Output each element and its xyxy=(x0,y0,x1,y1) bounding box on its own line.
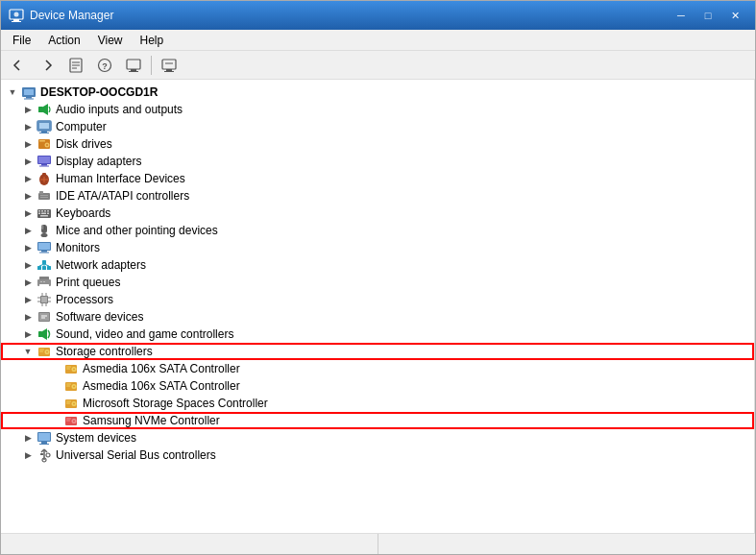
show-button[interactable] xyxy=(120,54,147,77)
toolbar-separator xyxy=(151,56,152,75)
tree-item-storage[interactable]: ▼ Storage controllers xyxy=(1,343,754,360)
svg-rect-45 xyxy=(38,210,40,212)
svg-rect-64 xyxy=(47,266,51,270)
svg-point-112 xyxy=(73,421,75,422)
audio-label: Audio inputs and outputs xyxy=(56,103,183,116)
svg-point-3 xyxy=(14,12,19,17)
microsoft-storage-icon xyxy=(62,396,80,411)
asmedia1-icon xyxy=(62,361,80,376)
svg-point-107 xyxy=(73,403,75,405)
back-icon xyxy=(12,59,25,72)
help-button[interactable]: ? xyxy=(91,54,118,77)
svg-rect-1 xyxy=(13,19,19,21)
software-icon xyxy=(36,309,53,325)
tree-item-system[interactable]: ▶ System devices xyxy=(1,429,754,446)
tree-item-samsung-nvme[interactable]: ▶ Samsung NVMe Controller xyxy=(1,412,754,429)
maximize-button[interactable]: □ xyxy=(695,6,720,25)
svg-rect-75 xyxy=(41,297,47,302)
asmedia2-label: Asmedia 106x SATA Controller xyxy=(83,379,240,393)
show-icon xyxy=(126,58,141,73)
sound-icon xyxy=(36,326,53,342)
mice-icon xyxy=(36,223,53,238)
sound-label: Sound, video and game controllers xyxy=(56,327,233,341)
tree-item-processors[interactable]: ▶ Processors xyxy=(1,291,754,308)
svg-rect-43 xyxy=(40,197,48,198)
display-icon xyxy=(36,154,53,169)
svg-rect-18 xyxy=(24,89,34,95)
storage-expand-icon: ▼ xyxy=(20,344,36,359)
svg-rect-46 xyxy=(41,210,43,212)
tree-item-computer[interactable]: ▶ Computer xyxy=(1,118,754,135)
svg-rect-113 xyxy=(66,419,71,420)
processors-icon xyxy=(36,292,53,307)
tree-item-microsoft-storage[interactable]: ▶ Microsoft Storage Spaces Controller xyxy=(1,395,754,412)
software-label: Software devices xyxy=(56,310,143,324)
menu-action[interactable]: Action xyxy=(40,32,87,49)
forward-button[interactable] xyxy=(34,54,61,77)
root-label: DESKTOP-OOCGD1R xyxy=(40,85,158,99)
print-icon xyxy=(36,275,53,290)
properties-button[interactable] xyxy=(62,54,89,77)
svg-rect-40 xyxy=(38,193,50,200)
network-icon xyxy=(36,257,53,273)
monitor-icon xyxy=(161,58,177,73)
tree-item-display[interactable]: ▶ Display adapters xyxy=(1,153,754,170)
tree-item-usb[interactable]: ▶ Universal Serial Bus controllers xyxy=(1,446,754,464)
svg-rect-35 xyxy=(39,166,49,167)
status-section-left xyxy=(5,534,378,554)
tree-item-software[interactable]: ▶ Software devices xyxy=(1,308,754,326)
close-button[interactable]: ✕ xyxy=(722,6,747,25)
tree-item-ide[interactable]: ▶ IDE ATA/ATAPI controllers xyxy=(1,187,754,205)
svg-rect-104 xyxy=(66,386,70,387)
svg-rect-13 xyxy=(162,60,176,69)
asmedia1-label: Asmedia 106x SATA Controller xyxy=(83,362,240,375)
tree-item-audio[interactable]: ▶ Audio inputs and outputs xyxy=(1,101,754,118)
menu-help[interactable]: Help xyxy=(133,32,172,49)
display-expand-icon: ▶ xyxy=(20,154,36,169)
tree-item-sound[interactable]: ▶ Sound, video and game controllers xyxy=(1,326,754,343)
mice-label: Mice and other pointing devices xyxy=(56,224,218,237)
tree-item-disk[interactable]: ▶ Disk drives xyxy=(1,135,754,153)
svg-rect-51 xyxy=(47,213,49,215)
audio-icon xyxy=(36,102,53,117)
tree-item-mice[interactable]: ▶ Mice and other pointing devices xyxy=(1,222,754,239)
monitors-expand-icon: ▶ xyxy=(20,240,36,255)
back-button[interactable] xyxy=(5,54,32,77)
tree-item-network[interactable]: ▶ Network adapters xyxy=(1,256,754,274)
mice-expand-icon: ▶ xyxy=(20,223,36,238)
tree-item-print[interactable]: ▶ Print queues xyxy=(1,274,754,291)
svg-rect-59 xyxy=(38,243,50,250)
tree-item-keyboards[interactable]: ▶ Keyboards xyxy=(1,205,754,222)
svg-rect-25 xyxy=(39,123,49,129)
print-expand-icon: ▶ xyxy=(20,275,36,290)
hid-expand-icon: ▶ xyxy=(20,171,36,186)
tree-item-asmedia2[interactable]: ▶ Asmedia 106x SATA Controller xyxy=(1,377,754,395)
samsung-nvme-icon xyxy=(62,413,80,428)
menu-view[interactable]: View xyxy=(90,32,131,49)
svg-rect-52 xyxy=(40,215,48,217)
svg-rect-49 xyxy=(38,213,40,215)
svg-rect-71 xyxy=(39,284,49,288)
svg-rect-73 xyxy=(43,281,45,282)
ide-expand-icon: ▶ xyxy=(20,188,36,204)
usb-expand-icon: ▶ xyxy=(20,447,36,463)
svg-rect-21 xyxy=(38,107,43,112)
tree-item-asmedia1[interactable]: ▶ Asmedia 106x SATA Controller xyxy=(1,360,754,377)
minimize-button[interactable]: ─ xyxy=(669,6,694,25)
disk-label: Disk drives xyxy=(56,137,112,151)
system-label: System devices xyxy=(56,431,136,445)
menu-file[interactable]: File xyxy=(5,32,38,49)
disk-expand-icon: ▶ xyxy=(20,136,36,152)
svg-rect-29 xyxy=(39,140,45,142)
tree-root[interactable]: ▼ DESKTOP-OOCGD1R xyxy=(1,84,754,101)
hid-label: Human Interface Devices xyxy=(56,172,185,185)
svg-rect-15 xyxy=(164,71,174,72)
disk-icon xyxy=(36,136,53,152)
tree-item-monitors[interactable]: ▶ Monitors xyxy=(1,239,754,256)
svg-rect-85 xyxy=(39,313,49,321)
svg-rect-60 xyxy=(41,251,47,253)
tree-pane[interactable]: ▼ DESKTOP-OOCGD1R ▶ xyxy=(1,80,755,533)
monitor-button[interactable] xyxy=(156,54,183,77)
svg-point-123 xyxy=(46,453,50,457)
tree-item-hid[interactable]: ▶ Human Interface Devices xyxy=(1,170,754,187)
